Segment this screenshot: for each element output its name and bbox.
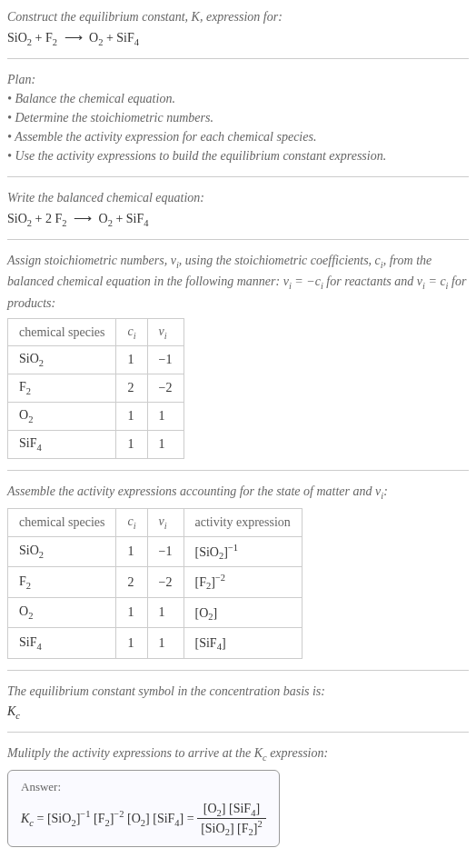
- activity-section: Assemble the activity expressions accoun…: [7, 482, 469, 659]
- divider: [7, 470, 469, 471]
- kc-expression: Kc = [SiO2]−1 [F2]−2 [O2] [SiF4] = [O2] …: [21, 802, 266, 837]
- arrow-icon: ⟶: [64, 30, 83, 45]
- table-header-row: chemical species ci νi activity expressi…: [8, 509, 302, 537]
- table-row: SiF4 1 1 [SiF4]: [8, 628, 302, 658]
- header-prompt-text: Construct the equilibrium constant, K, e…: [7, 10, 283, 24]
- kc-symbol: Kc: [7, 704, 469, 721]
- col-nui: νi: [147, 509, 183, 537]
- col-activity-expr: activity expression: [183, 509, 302, 537]
- kc-symbol-prompt: The equilibrium constant symbol in the c…: [7, 682, 469, 701]
- stoich-prompt: Assign stoichiometric numbers, νi, using…: [7, 251, 469, 313]
- table-header-row: chemical species ci νi: [8, 318, 184, 346]
- plan-item: Balance the chemical equation.: [7, 89, 469, 108]
- balanced-prompt: Write the balanced chemical equation:: [7, 188, 469, 207]
- divider: [7, 670, 469, 671]
- header-equation: SiO2 + F2 ⟶ O2 + SiF4: [7, 30, 469, 47]
- activity-prompt: Assemble the activity expressions accoun…: [7, 482, 469, 504]
- table-row: SiO2 1 −1 [SiO2]−1: [8, 537, 302, 567]
- header-prompt: Construct the equilibrium constant, K, e…: [7, 7, 469, 26]
- divider: [7, 239, 469, 240]
- col-species: chemical species: [8, 509, 116, 537]
- divider: [7, 732, 469, 733]
- col-species: chemical species: [8, 318, 116, 346]
- balanced-equation: SiO2 + 2 F2 ⟶ O2 + SiF4: [7, 211, 469, 228]
- divider: [7, 176, 469, 177]
- answer-box: Answer: Kc = [SiO2]−1 [F2]−2 [O2] [SiF4]…: [7, 770, 280, 847]
- stoich-section: Assign stoichiometric numbers, νi, using…: [7, 251, 469, 459]
- table-row: SiO2 1 −1: [8, 346, 184, 374]
- plan-item: Determine the stoichiometric numbers.: [7, 108, 469, 127]
- plan-item: Use the activity expressions to build th…: [7, 146, 469, 165]
- kc-symbol-section: The equilibrium constant symbol in the c…: [7, 682, 469, 721]
- answer-label: Answer:: [21, 780, 266, 794]
- activity-table: chemical species ci νi activity expressi…: [7, 508, 302, 659]
- col-ci: ci: [116, 509, 147, 537]
- table-row: F2 2 −2 [F2]−2: [8, 567, 302, 597]
- table-row: SiF4 1 1: [8, 430, 184, 458]
- arrow-icon: ⟶: [74, 211, 92, 226]
- stoich-table: chemical species ci νi SiO2 1 −1 F2 2 −2…: [7, 318, 184, 459]
- table-row: F2 2 −2: [8, 374, 184, 403]
- plan-section: Plan: Balance the chemical equation. Det…: [7, 70, 469, 165]
- divider: [7, 58, 469, 59]
- balanced-section: Write the balanced chemical equation: Si…: [7, 188, 469, 228]
- plan-title: Plan:: [7, 70, 469, 89]
- table-row: O2 1 1 [O2]: [8, 597, 302, 627]
- plan-item: Assemble the activity expression for eac…: [7, 127, 469, 146]
- col-ci: ci: [116, 318, 147, 346]
- header-section: Construct the equilibrium constant, K, e…: [7, 7, 469, 47]
- table-row: O2 1 1: [8, 403, 184, 431]
- plan-list: Balance the chemical equation. Determine…: [7, 89, 469, 165]
- final-section: Mulitply the activity expressions to arr…: [7, 743, 469, 848]
- col-nui: νi: [147, 318, 183, 346]
- fraction: [O2] [SiF4][SiO2] [F2]2: [197, 802, 266, 837]
- final-prompt: Mulitply the activity expressions to arr…: [7, 743, 469, 765]
